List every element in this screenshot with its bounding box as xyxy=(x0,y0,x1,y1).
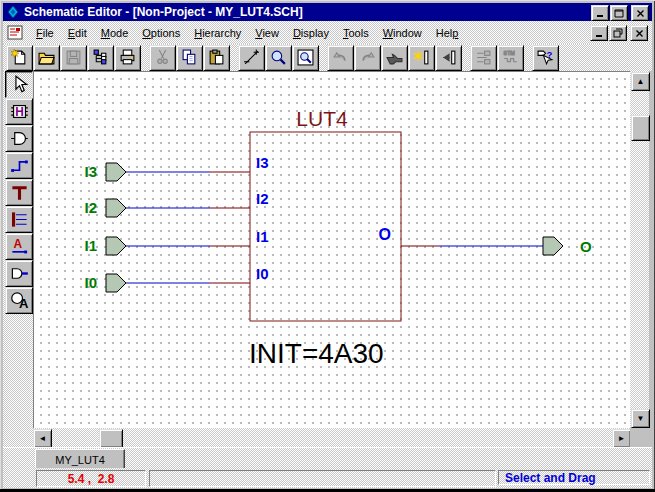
paste-button[interactable] xyxy=(203,45,230,71)
print-icon xyxy=(119,49,136,66)
sheet-tab-bar: MY_LUT4 xyxy=(3,447,652,469)
select-tool-icon xyxy=(10,75,29,94)
horizontal-scroll-thumb[interactable] xyxy=(99,429,123,448)
input-terminal-icon[interactable] xyxy=(106,199,126,217)
terminal-label[interactable]: O xyxy=(580,238,592,255)
open-button[interactable] xyxy=(33,45,60,71)
coordinates-text: 5.4 , 2.8 xyxy=(68,472,115,486)
zoom-area-button[interactable] xyxy=(292,45,319,71)
hierarchy-connector-tool[interactable]: H xyxy=(5,98,33,125)
menu-view[interactable]: View xyxy=(248,25,286,41)
menu-options[interactable]: Options xyxy=(135,25,187,41)
terminal-label[interactable]: I3 xyxy=(84,163,97,180)
help-select-button[interactable]: ? xyxy=(532,45,559,71)
toolbar: STM? xyxy=(3,44,652,71)
svg-text:A: A xyxy=(18,296,28,310)
mdi-minimize-button[interactable] xyxy=(590,25,608,41)
tab-my-lut4[interactable]: MY_LUT4 xyxy=(35,449,125,470)
input-row-i3[interactable]: I3 I3 xyxy=(84,154,268,181)
menu-window[interactable]: Window xyxy=(376,25,429,41)
select-tool[interactable] xyxy=(5,71,33,98)
scroll-down-button[interactable]: ▼ xyxy=(631,409,650,428)
net-name-tool[interactable]: A xyxy=(5,233,33,260)
pin-label: I1 xyxy=(256,228,269,245)
svg-text:?: ? xyxy=(547,49,553,60)
menu-mode[interactable]: Mode xyxy=(94,25,136,41)
bus-tool[interactable] xyxy=(5,179,33,206)
part-title[interactable]: LUT4 xyxy=(296,107,348,130)
io-terminal-tool[interactable] xyxy=(5,260,33,287)
print-button[interactable] xyxy=(114,45,141,71)
status-middle-panel xyxy=(149,470,496,487)
remove-marker-button[interactable] xyxy=(435,45,462,71)
schematic-canvas[interactable]: LUT4 I3 I3 I2 I2 I1 xyxy=(33,71,630,428)
pan-hand-button[interactable] xyxy=(381,45,408,71)
save-button[interactable] xyxy=(60,45,87,71)
vertical-scroll-thumb[interactable] xyxy=(631,115,650,141)
input-terminal-icon[interactable] xyxy=(106,163,126,181)
menu-display[interactable]: Display xyxy=(286,25,336,41)
graphics-text-tool[interactable]: A xyxy=(5,287,33,314)
new-button[interactable] xyxy=(6,45,33,71)
document-icon[interactable] xyxy=(7,25,23,41)
add-marker-button[interactable] xyxy=(408,45,435,71)
redo-button[interactable] xyxy=(354,45,381,71)
menu-hierarchy[interactable]: Hierarchy xyxy=(187,25,248,41)
input-terminal-icon[interactable] xyxy=(106,237,126,255)
help-select-icon: ? xyxy=(537,49,554,66)
simulation-icon: STM xyxy=(502,49,519,66)
vertical-scrollbar[interactable]: ▲ ▼ xyxy=(630,71,649,428)
terminal-label[interactable]: I0 xyxy=(84,274,97,291)
io-terminal-tool-icon xyxy=(10,264,29,283)
part-tool[interactable] xyxy=(5,125,33,152)
hierarchy-browser-button[interactable] xyxy=(87,45,114,71)
minimize-button[interactable] xyxy=(591,5,609,21)
menu-file[interactable]: File xyxy=(29,25,61,41)
input-row-i1[interactable]: I1 I1 xyxy=(84,228,268,255)
undo-button[interactable] xyxy=(327,45,354,71)
cursor-coordinates: 5.4 , 2.8 xyxy=(36,470,146,487)
scroll-left-button[interactable]: ◄ xyxy=(33,429,52,448)
schematic-editor-window: Schematic Editor - [Non-Project - MY_LUT… xyxy=(0,0,655,492)
svg-text:A: A xyxy=(13,237,22,251)
input-row-i2[interactable]: I2 I2 xyxy=(84,190,268,217)
menu-tools[interactable]: Tools xyxy=(336,25,376,41)
simulation-button[interactable]: STM xyxy=(497,45,524,71)
cut-icon xyxy=(154,49,171,66)
menu-help[interactable]: Help xyxy=(429,25,466,41)
title-bar[interactable]: Schematic Editor - [Non-Project - MY_LUT… xyxy=(3,3,652,21)
zoom-button[interactable] xyxy=(265,45,292,71)
status-bar: 5.4 , 2.8 Select and Drag xyxy=(3,468,652,488)
zoom-in-out-icon xyxy=(243,49,260,66)
redo-icon xyxy=(359,49,376,66)
terminal-label[interactable]: I1 xyxy=(84,237,97,254)
cut-button[interactable] xyxy=(149,45,176,71)
close-button[interactable] xyxy=(631,5,649,21)
schematic-drawing: LUT4 I3 I3 I2 I2 I1 xyxy=(34,72,631,429)
horizontal-scrollbar[interactable]: ◄ ► xyxy=(33,428,630,447)
scroll-right-button[interactable]: ► xyxy=(612,429,631,448)
input-row-i0[interactable]: I0 I0 xyxy=(84,265,268,292)
output-row-o[interactable]: O O xyxy=(379,226,592,255)
svg-text:STM: STM xyxy=(504,50,515,56)
tool-palette: HAA xyxy=(3,71,33,447)
pin-label: I0 xyxy=(256,265,269,282)
terminal-label[interactable]: I2 xyxy=(84,199,97,216)
output-terminal-icon[interactable] xyxy=(543,237,563,255)
menu-edit[interactable]: Edit xyxy=(61,25,94,41)
maximize-button[interactable] xyxy=(610,5,628,21)
netlist-button[interactable] xyxy=(470,45,497,71)
scroll-up-button[interactable]: ▲ xyxy=(631,72,650,91)
zoom-in-out-button[interactable] xyxy=(238,45,265,71)
bus-tap-tool[interactable] xyxy=(5,206,33,233)
wire-tool[interactable] xyxy=(5,152,33,179)
copy-button[interactable] xyxy=(176,45,203,71)
menu-bar: FileEditModeOptionsHierarchyViewDisplayT… xyxy=(3,21,652,45)
graphics-text-tool-icon: A xyxy=(10,291,29,310)
tab-label: MY_LUT4 xyxy=(55,454,105,466)
init-attribute[interactable]: INIT=4A30 xyxy=(249,338,384,369)
input-terminal-icon[interactable] xyxy=(106,274,126,292)
copy-icon xyxy=(181,49,198,66)
mdi-restore-button[interactable] xyxy=(609,25,627,41)
mdi-close-button[interactable] xyxy=(630,25,648,41)
